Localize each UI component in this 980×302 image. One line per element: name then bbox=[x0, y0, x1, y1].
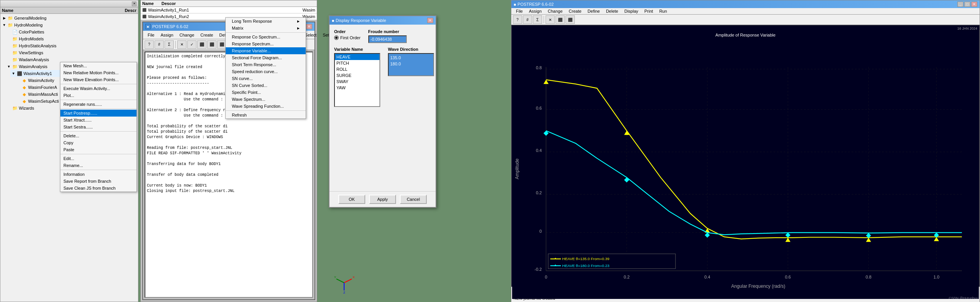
panel1-close-btn[interactable]: ✕ bbox=[132, 2, 136, 6]
p4-menu-delete[interactable]: Delete bbox=[603, 8, 621, 14]
p4-menu-create[interactable]: Create bbox=[566, 8, 584, 14]
ctx-information[interactable]: Information bbox=[60, 171, 136, 178]
toolbar-hash[interactable]: # bbox=[155, 40, 164, 49]
ctx-new-relative[interactable]: New Relative Motion Points... bbox=[60, 69, 136, 76]
toggle-wiz[interactable] bbox=[7, 106, 11, 110]
toggle-color[interactable] bbox=[7, 30, 11, 34]
toggle-general[interactable]: ▶ bbox=[2, 16, 7, 20]
toolbar-sigma[interactable]: Σ bbox=[165, 40, 174, 49]
p4-toolbar-hash[interactable]: # bbox=[523, 15, 532, 24]
toggle-wa1[interactable]: ▼ bbox=[11, 71, 16, 76]
toggle-wm[interactable] bbox=[16, 92, 20, 97]
p4-toolbar-box1[interactable]: ⬛ bbox=[556, 15, 565, 24]
wave-dir-135[interactable]: 135.0 bbox=[389, 55, 433, 61]
dropdown-wave-spectrum[interactable]: Wave Spectrum... bbox=[226, 96, 306, 103]
toggle-wasim[interactable]: ▼ bbox=[7, 64, 11, 69]
menu-file[interactable]: File bbox=[145, 32, 158, 38]
ctx-start-xtract[interactable]: Start Xtract...... bbox=[60, 117, 136, 123]
tree-item-color-palettes[interactable]: 📄 ColorPalettes bbox=[6, 28, 137, 35]
p4-menu-assign[interactable]: Assign bbox=[526, 8, 545, 14]
cancel-button[interactable]: Cancel bbox=[400, 195, 427, 204]
ctx-rename[interactable]: Rename... bbox=[60, 162, 136, 169]
dropdown-co-spectrum[interactable]: Response Co Spectrum... bbox=[226, 33, 306, 40]
p4-menu-file[interactable]: File bbox=[513, 8, 526, 14]
var-sway[interactable]: SWAY bbox=[335, 78, 379, 85]
ctx-save-clean[interactable]: Save Clean JS from Branch bbox=[60, 185, 136, 192]
dropdown-long-term[interactable]: Long Term Response bbox=[226, 18, 306, 25]
toggle-vs[interactable] bbox=[7, 50, 11, 55]
menu-create[interactable]: Create bbox=[197, 32, 216, 38]
var-heave[interactable]: HEAVE bbox=[335, 54, 379, 60]
toolbar-x[interactable]: ✕ bbox=[177, 40, 186, 49]
dropdown-sn-sorted[interactable]: SN Curve Sorted... bbox=[226, 82, 306, 89]
ctx-save-report[interactable]: Save Report from Branch bbox=[60, 178, 136, 185]
dropdown-speed[interactable]: Speed reduction curve... bbox=[226, 68, 306, 75]
dropdown-spectrum[interactable]: Response Spectrum... bbox=[226, 40, 306, 47]
menu-change[interactable]: Change bbox=[176, 32, 198, 38]
win-close[interactable]: ✕ bbox=[306, 24, 312, 29]
panel4-close[interactable]: ✕ bbox=[971, 2, 977, 7]
p4-toolbar-box2[interactable]: ⬛ bbox=[566, 15, 575, 24]
ctx-new-wave[interactable]: New Wave Elevation Points... bbox=[60, 76, 136, 83]
ok-button[interactable]: OK bbox=[338, 195, 365, 204]
toggle-hm[interactable] bbox=[7, 37, 11, 41]
apply-button[interactable]: Apply bbox=[369, 195, 396, 204]
dropdown-specific[interactable]: Specific Point... bbox=[226, 89, 306, 96]
wave-dir-180[interactable]: 180.0 bbox=[389, 61, 433, 67]
var-pitch[interactable]: PITCH bbox=[335, 60, 379, 66]
panel4-maximize[interactable]: □ bbox=[964, 2, 970, 7]
p4-toolbar-x[interactable]: ✕ bbox=[546, 15, 555, 24]
ctx-plot[interactable]: Plot... bbox=[60, 92, 136, 99]
ctx-regenerate[interactable]: Regenerate runs...... bbox=[60, 101, 136, 108]
ctx-delete[interactable]: Delete... bbox=[60, 132, 136, 139]
tree-item-general-modeling[interactable]: ▶ 📁 GeneralModeling bbox=[1, 15, 137, 22]
toggle-hs[interactable] bbox=[7, 43, 11, 48]
toggle-hydro[interactable]: ▼ bbox=[2, 23, 7, 27]
ctx-edit[interactable]: Edit... bbox=[60, 155, 136, 162]
p4-menu-display[interactable]: Display bbox=[621, 8, 641, 14]
dropdown-sn-curve[interactable]: SN curve... bbox=[226, 75, 306, 82]
dropdown-short-term[interactable]: Short Term Response... bbox=[226, 61, 306, 68]
toggle-wf[interactable] bbox=[16, 85, 20, 90]
var-roll[interactable]: ROLL bbox=[335, 66, 379, 72]
dropdown-matrix[interactable]: Matrix bbox=[226, 25, 306, 32]
p4-toolbar-sigma[interactable]: Σ bbox=[533, 15, 542, 24]
ctx-execute[interactable]: Execute Wasim Activity... bbox=[60, 85, 136, 92]
var-surge[interactable]: SURGE bbox=[335, 72, 379, 78]
toolbar-box2[interactable]: ⬛ bbox=[207, 40, 216, 49]
p4-menu-print[interactable]: Print bbox=[641, 8, 656, 14]
first-order-option[interactable]: First Order bbox=[334, 35, 361, 40]
dropdown-sectional[interactable]: Sectional Force Diagram... bbox=[226, 54, 306, 61]
dropdown-refresh[interactable]: Refresh bbox=[226, 112, 306, 118]
ctx-copy[interactable]: Copy bbox=[60, 139, 136, 146]
var-yaw[interactable]: YAW bbox=[335, 85, 379, 91]
ctx-new-mesh[interactable]: New Mesh... bbox=[60, 62, 136, 69]
wave-direction-list[interactable]: 135.0 180.0 bbox=[388, 53, 434, 76]
toggle-wse[interactable] bbox=[16, 99, 20, 103]
p4-menu-define[interactable]: Define bbox=[584, 8, 603, 14]
dialog-close-btn[interactable]: ✕ bbox=[427, 18, 433, 23]
tree-item-hydro-static[interactable]: 📁 HydroStaticAnalysis bbox=[6, 42, 137, 49]
toggle-wsub[interactable] bbox=[16, 78, 20, 83]
p4-menu-run[interactable]: Run bbox=[656, 8, 670, 14]
p4-menu-change[interactable]: Change bbox=[545, 8, 566, 14]
p4-toolbar-help[interactable]: ? bbox=[513, 15, 522, 24]
dropdown-variable[interactable]: Response Variable... bbox=[226, 47, 306, 54]
tree-item-hydro-models[interactable]: 📁 HydroModels bbox=[6, 35, 137, 42]
ctx-start-postresp[interactable]: Start Postresp...... bbox=[60, 110, 136, 117]
ctx-start-sestra[interactable]: Start Sestra...... bbox=[60, 123, 136, 130]
toolbar-box1[interactable]: ⬛ bbox=[197, 40, 206, 49]
variable-list[interactable]: HEAVE PITCH ROLL SURGE SWAY YAW bbox=[334, 53, 380, 107]
dropdown-wave-spreading[interactable]: Wave Spreading Function... bbox=[226, 103, 306, 110]
text-line-26: Closing input file: postresp_start.JNL bbox=[147, 189, 311, 194]
menu-assign[interactable]: Assign bbox=[158, 32, 176, 38]
tree-item-view-settings[interactable]: 📁 ViewSettings bbox=[6, 49, 137, 56]
first-order-radio[interactable] bbox=[334, 35, 339, 40]
panel4-minimize[interactable]: _ bbox=[957, 2, 963, 7]
ctx-paste[interactable]: Paste bbox=[60, 146, 136, 153]
tree-item-hydro-modeling[interactable]: ▼ 📁 HydroModeling bbox=[1, 22, 137, 28]
toggle-wadam[interactable] bbox=[7, 57, 11, 62]
toolbar-help[interactable]: ? bbox=[145, 40, 154, 49]
toolbar-check[interactable]: ✓ bbox=[187, 40, 196, 49]
froude-input[interactable]: -0.0946438 bbox=[368, 35, 407, 43]
